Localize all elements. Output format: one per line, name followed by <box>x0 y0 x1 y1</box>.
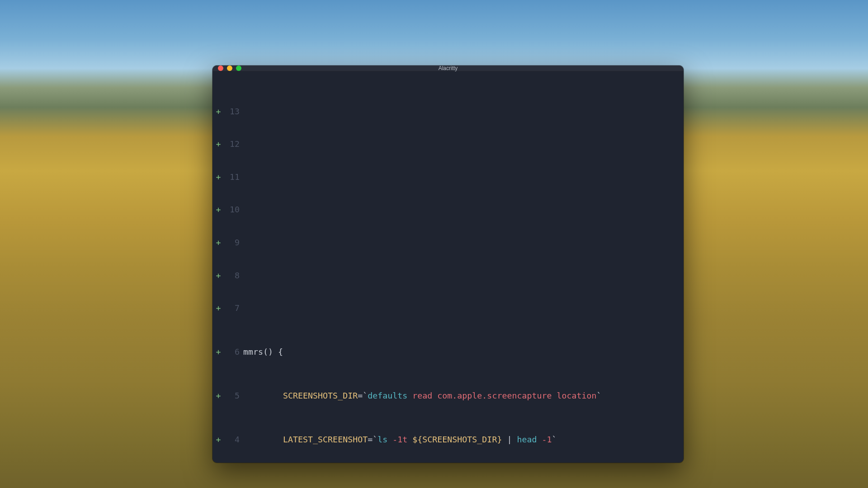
desktop-wallpaper: Alacritty +13 +12 +11 +10 +9 +8 +7 +6mmr… <box>0 0 868 488</box>
code-line: mmrs() { <box>243 347 681 357</box>
line-number: 13 <box>222 106 243 117</box>
editor-area[interactable]: +13 +12 +11 +10 +9 +8 +7 +6mmrs() { +5 S… <box>212 71 684 463</box>
diff-sign: + <box>215 106 222 117</box>
titlebar[interactable]: Alacritty <box>212 66 684 71</box>
code-line <box>243 106 681 117</box>
window-title: Alacritty <box>212 66 684 71</box>
terminal-window: Alacritty +13 +12 +11 +10 +9 +8 +7 +6mmr… <box>212 66 684 463</box>
